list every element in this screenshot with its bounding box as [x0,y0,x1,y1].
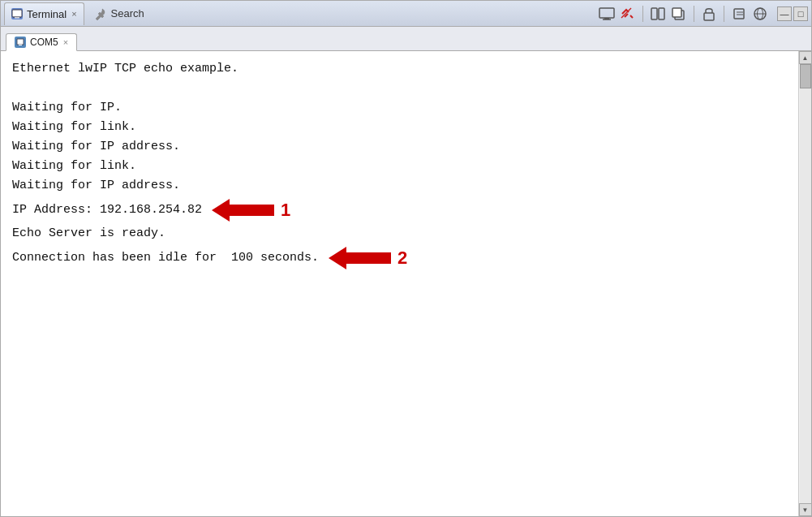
copy-icon[interactable] [670,5,688,23]
terminal-line-5: Waiting for IP address. [12,176,787,196]
copy2-icon[interactable] [730,5,748,23]
terminal-connection-line: Connection has been idle for 100 seconds… [12,243,787,272]
terminal-tab-label: Terminal [27,8,67,20]
echo-server-text: Echo Server is ready. [12,224,165,243]
terminal-ip-line: IP Address: 192.168.254.82 1 [12,196,787,224]
layout-icon[interactable] [649,5,667,23]
scrollbar-down-button[interactable]: ▼ [799,503,812,516]
scrollbar-up-button[interactable]: ▲ [799,51,812,64]
terminal-line-3: Waiting for IP address. [12,137,787,157]
scrollbar-track[interactable] [800,64,811,503]
lock-icon[interactable] [700,5,718,23]
terminal-line-blank [12,79,787,98]
toolbar-sep3 [724,6,724,22]
window-controls: — □ [777,6,808,21]
svg-rect-0 [12,10,22,17]
search-tab[interactable]: Search [86,2,153,25]
terminal-line-1: Waiting for IP. [12,98,787,118]
com5-tab-label: COM5 [30,37,58,48]
search-wrench-icon [94,7,107,20]
terminal-tab[interactable]: Terminal × [4,2,84,25]
terminal-line-2: Waiting for link. [12,118,787,137]
toolbar-sep1 [642,6,643,22]
svg-rect-17 [17,39,24,45]
connection-text: Connection has been idle for 100 seconds… [12,248,319,268]
com5-tab-close[interactable]: × [63,37,68,47]
terminal-content[interactable]: Ethernet lwIP TCP echo example. Waiting … [1,51,798,516]
svg-rect-9 [672,8,681,17]
toolbar-sep2 [694,6,694,22]
terminal-tab-close[interactable]: × [71,9,76,19]
tab-bar: COM5 × [1,27,811,51]
terminal-tab-icon [11,8,23,19]
main-window: Terminal × Search [0,0,812,517]
terminal-line-4: Waiting for link. [12,157,787,176]
maximize-button[interactable]: □ [793,6,808,21]
search-tab-label: Search [111,7,144,19]
ip-address-text: IP Address: 192.168.254.82 [12,200,202,220]
svg-rect-7 [659,8,664,19]
svg-rect-6 [651,8,657,19]
com5-tab[interactable]: COM5 × [6,33,77,51]
minimize-button[interactable]: — [777,6,792,21]
disconnect-icon[interactable] [619,5,637,23]
annotation2-number: 2 [397,243,407,272]
svg-rect-10 [704,13,714,20]
scrollbar: ▲ ▼ [798,51,811,516]
svg-rect-11 [734,9,744,19]
terminal-echo-line: Echo Server is ready. [12,224,787,243]
terminal-scroll-area: Ethernet lwIP TCP echo example. Waiting … [1,51,811,516]
terminal-line-0: Ethernet lwIP TCP echo example. [12,59,787,79]
toolbar-icons: — □ [598,5,808,23]
annotation1-number: 1 [281,196,290,224]
arrow1-icon [212,199,274,222]
com5-icon [15,37,26,48]
title-bar: Terminal × Search [1,1,811,27]
globe-icon[interactable] [751,5,769,23]
monitor-icon[interactable] [598,5,616,23]
svg-rect-18 [19,45,22,45]
arrow2-icon [329,247,391,269]
scrollbar-thumb[interactable] [800,64,811,88]
svg-rect-3 [599,8,614,18]
